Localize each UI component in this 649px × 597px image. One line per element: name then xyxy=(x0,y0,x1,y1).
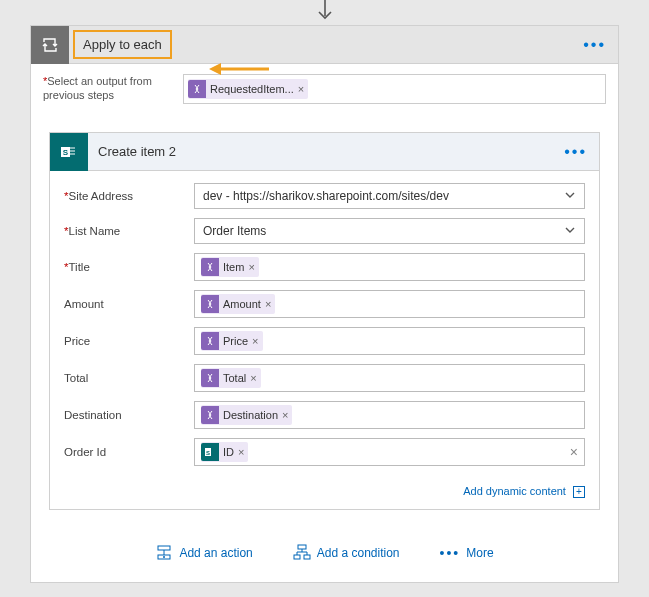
token-total[interactable]: Total × xyxy=(201,368,261,388)
list-name-value: Order Items xyxy=(203,224,266,238)
apply-to-each-card: Apply to each ••• *Select an output from… xyxy=(30,25,619,583)
svg-rect-11 xyxy=(298,545,306,549)
footer-actions: Add an action Add a condition ••• More xyxy=(31,522,618,582)
dynamic-content-icon xyxy=(188,80,206,98)
loop-icon xyxy=(31,26,69,64)
highlight-arrow-icon xyxy=(209,61,269,77)
loop-title[interactable]: Apply to each xyxy=(73,30,172,59)
footer-more-label: More xyxy=(466,546,493,560)
field-amount: Amount Amount × xyxy=(64,290,585,318)
price-input[interactable]: Price × xyxy=(194,327,585,355)
total-input[interactable]: Total × xyxy=(194,364,585,392)
field-label-price: Price xyxy=(64,335,194,347)
token-remove-icon[interactable]: × xyxy=(250,372,256,384)
sharepoint-token-icon: S xyxy=(201,443,219,461)
token-label: ID xyxy=(223,446,234,458)
token-label: Amount xyxy=(223,298,261,310)
field-label-amount: Amount xyxy=(64,298,194,310)
svg-rect-17 xyxy=(304,555,310,559)
token-destination[interactable]: Destination × xyxy=(201,405,292,425)
field-price: Price Price × xyxy=(64,327,585,355)
field-total: Total Total × xyxy=(64,364,585,392)
list-name-select[interactable]: Order Items xyxy=(194,218,585,244)
site-address-select[interactable]: dev - https://sharikov.sharepoint.com/si… xyxy=(194,183,585,209)
field-list-name: *List Name Order Items xyxy=(64,218,585,244)
select-output-label: *Select an output from previous steps xyxy=(43,74,173,103)
add-action-button[interactable]: Add an action xyxy=(155,544,252,562)
dynamic-content-icon xyxy=(201,295,219,313)
add-action-label: Add an action xyxy=(179,546,252,560)
create-item-more-menu[interactable]: ••• xyxy=(564,143,587,161)
dynamic-link-label: Add dynamic content xyxy=(463,485,566,497)
more-dots-icon: ••• xyxy=(440,545,461,561)
dynamic-content-icon xyxy=(201,258,219,276)
add-action-icon xyxy=(155,544,173,562)
svg-rect-16 xyxy=(294,555,300,559)
field-label-total: Total xyxy=(64,372,194,384)
token-remove-icon[interactable]: × xyxy=(298,83,304,95)
order-id-input[interactable]: S ID × × xyxy=(194,438,585,466)
add-condition-label: Add a condition xyxy=(317,546,400,560)
token-label: Item xyxy=(223,261,244,273)
token-item[interactable]: Item × xyxy=(201,257,259,277)
field-order-id: Order Id S ID × × xyxy=(64,438,585,466)
token-label: Price xyxy=(223,335,248,347)
field-label-title: *Title xyxy=(64,261,194,273)
token-remove-icon[interactable]: × xyxy=(252,335,258,347)
add-dynamic-content-link[interactable]: Add dynamic content + xyxy=(463,485,585,497)
field-label-site-address: *Site Address xyxy=(64,190,194,202)
svg-marker-1 xyxy=(209,63,221,75)
field-label-destination: Destination xyxy=(64,409,194,421)
select-output-input[interactable]: RequestedItem... × xyxy=(183,74,606,104)
create-item-title[interactable]: Create item 2 xyxy=(98,144,176,159)
dynamic-content-icon xyxy=(201,406,219,424)
create-item-header[interactable]: S Create item 2 ••• xyxy=(50,133,599,171)
loop-more-menu[interactable]: ••• xyxy=(583,36,606,54)
dynamic-content-icon xyxy=(201,369,219,387)
svg-rect-6 xyxy=(158,546,170,550)
create-item-card: S Create item 2 ••• *Site Address dev - … xyxy=(49,132,600,510)
site-address-value: dev - https://sharikov.sharepoint.com/si… xyxy=(203,189,449,203)
field-destination: Destination Destination × xyxy=(64,401,585,429)
svg-text:S: S xyxy=(206,450,210,456)
dynamic-content-icon xyxy=(201,332,219,350)
flow-arrow-down-icon xyxy=(315,0,335,22)
token-id[interactable]: S ID × xyxy=(201,442,248,462)
field-site-address: *Site Address dev - https://sharikov.sha… xyxy=(64,183,585,209)
field-label-list-name: *List Name xyxy=(64,225,194,237)
footer-more-button[interactable]: ••• More xyxy=(440,544,494,562)
token-remove-icon[interactable]: × xyxy=(248,261,254,273)
token-remove-icon[interactable]: × xyxy=(265,298,271,310)
token-price[interactable]: Price × xyxy=(201,331,263,351)
plus-box-icon: + xyxy=(573,486,585,498)
chevron-down-icon xyxy=(564,224,576,239)
select-output-row: *Select an output from previous steps Re… xyxy=(31,64,618,114)
clear-field-icon[interactable]: × xyxy=(570,444,578,460)
sharepoint-icon: S xyxy=(50,133,88,171)
add-condition-button[interactable]: Add a condition xyxy=(293,544,400,562)
loop-header[interactable]: Apply to each ••• xyxy=(31,26,618,64)
field-title: *Title Item × xyxy=(64,253,585,281)
add-dynamic-content-row: Add dynamic content + xyxy=(50,481,599,509)
token-requesteditem[interactable]: RequestedItem... × xyxy=(188,79,308,99)
token-amount[interactable]: Amount × xyxy=(201,294,275,314)
destination-input[interactable]: Destination × xyxy=(194,401,585,429)
token-label: Destination xyxy=(223,409,278,421)
svg-text:S: S xyxy=(63,148,69,157)
token-label: Total xyxy=(223,372,246,384)
token-remove-icon[interactable]: × xyxy=(282,409,288,421)
token-label: RequestedItem... xyxy=(210,83,294,95)
chevron-down-icon xyxy=(564,189,576,204)
title-input[interactable]: Item × xyxy=(194,253,585,281)
amount-input[interactable]: Amount × xyxy=(194,290,585,318)
add-condition-icon xyxy=(293,544,311,562)
token-remove-icon[interactable]: × xyxy=(238,446,244,458)
field-label-order-id: Order Id xyxy=(64,446,194,458)
